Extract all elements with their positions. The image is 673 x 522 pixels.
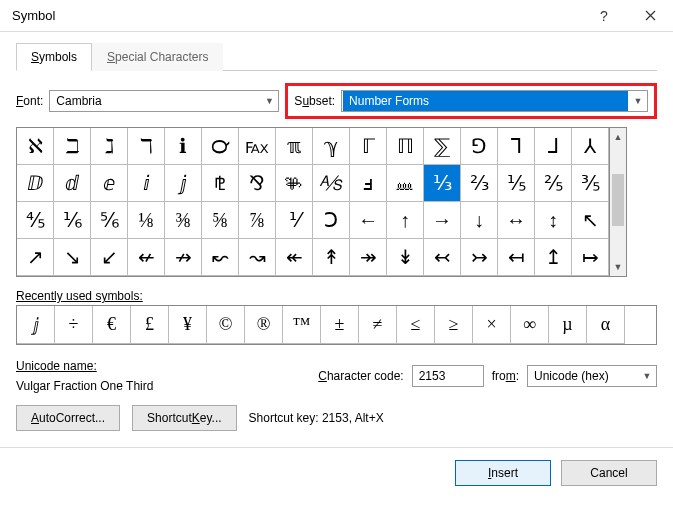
symbol-cell[interactable]: ℺ (202, 128, 239, 165)
symbol-cell[interactable]: ℻ (239, 128, 276, 165)
scroll-thumb[interactable] (612, 174, 624, 226)
symbol-cell[interactable]: ↢ (424, 239, 461, 276)
symbol-cell[interactable]: ⅓ (424, 165, 461, 202)
symbol-cell[interactable]: ↗ (17, 239, 54, 276)
symbol-cell[interactable]: ℷ (91, 128, 128, 165)
symbol-cell[interactable]: ⅆ (54, 165, 91, 202)
scroll-up-icon[interactable]: ▲ (610, 128, 626, 146)
symbol-cell[interactable]: ⅍ (313, 165, 350, 202)
symbol-cell[interactable]: ⅗ (572, 165, 609, 202)
help-button[interactable]: ? (581, 0, 627, 32)
tab-special-characters[interactable]: Special Characters (92, 43, 223, 71)
symbol-cell[interactable]: ⅌ (276, 165, 313, 202)
recent-cell[interactable]: ÷ (55, 306, 93, 344)
autocorrect-button[interactable]: AutoCorrect... (16, 405, 120, 431)
recent-cell[interactable]: ≤ (397, 306, 435, 344)
symbol-cell[interactable]: ℽ (313, 128, 350, 165)
symbol-cell[interactable]: ⅛ (128, 202, 165, 239)
symbol-cell[interactable]: ⅉ (165, 165, 202, 202)
symbol-cell[interactable]: ↣ (461, 239, 498, 276)
recent-cell[interactable]: © (207, 306, 245, 344)
symbol-cell[interactable]: ℼ (276, 128, 313, 165)
symbol-cell[interactable]: ⅃ (535, 128, 572, 165)
recent-cell[interactable]: £ (131, 306, 169, 344)
symbol-cell[interactable]: ⅙ (54, 202, 91, 239)
from-combo[interactable]: Unicode (hex) ▼ (527, 365, 657, 387)
symbol-cell[interactable]: ⅟ (276, 202, 313, 239)
symbol-cell[interactable]: ↠ (350, 239, 387, 276)
symbol-cell[interactable]: ℵ (17, 128, 54, 165)
symbol-cell[interactable]: ↘ (54, 239, 91, 276)
symbol-cell[interactable]: ⅊ (202, 165, 239, 202)
recent-grid: ⅉ÷€£¥©®™±≠≤≥×∞µα (16, 305, 657, 345)
recent-cell[interactable]: µ (549, 306, 587, 344)
symbol-cell[interactable]: ⅚ (91, 202, 128, 239)
recent-cell[interactable]: € (93, 306, 131, 344)
symbol-cell[interactable]: ⅔ (461, 165, 498, 202)
symbol-cell[interactable]: ↞ (276, 239, 313, 276)
recent-cell[interactable]: ⅉ (17, 306, 55, 344)
charcode-input[interactable]: 2153 (412, 365, 484, 387)
symbol-cell[interactable]: ⅘ (17, 202, 54, 239)
recent-cell[interactable]: α (587, 306, 625, 344)
symbol-cell[interactable]: ← (350, 202, 387, 239)
recent-cell[interactable]: × (473, 306, 511, 344)
symbol-cell[interactable]: ⅇ (91, 165, 128, 202)
subset-combo[interactable]: Number Forms ▼ (341, 90, 648, 112)
symbol-cell[interactable]: ↟ (313, 239, 350, 276)
symbol-cell[interactable]: ⅀ (424, 128, 461, 165)
recent-cell[interactable]: ∞ (511, 306, 549, 344)
symbol-cell[interactable]: ⅄ (572, 128, 609, 165)
symbol-cell[interactable]: ↓ (461, 202, 498, 239)
tab-symbols[interactable]: Symbols (16, 43, 92, 71)
symbol-cell[interactable]: ℶ (54, 128, 91, 165)
symbol-cell[interactable]: ↛ (165, 239, 202, 276)
symbol-cell[interactable]: ↙ (91, 239, 128, 276)
recent-cell[interactable]: ≥ (435, 306, 473, 344)
symbol-cell[interactable]: ↖ (572, 202, 609, 239)
scrollbar[interactable]: ▲ ▼ (609, 127, 627, 277)
symbol-cell[interactable]: ⅖ (535, 165, 572, 202)
symbol-cell[interactable]: ↔ (498, 202, 535, 239)
symbol-cell[interactable]: ⅅ (17, 165, 54, 202)
symbol-cell[interactable]: ↚ (128, 239, 165, 276)
scroll-down-icon[interactable]: ▼ (610, 258, 626, 276)
symbol-cell[interactable]: ℸ (128, 128, 165, 165)
symbol-cell[interactable]: ↜ (202, 239, 239, 276)
symbol-cell[interactable]: ⅋ (239, 165, 276, 202)
recent-cell[interactable]: ¥ (169, 306, 207, 344)
recent-cell[interactable]: ± (321, 306, 359, 344)
symbol-cell[interactable]: Ↄ (313, 202, 350, 239)
symbol-cell[interactable]: ⅈ (128, 165, 165, 202)
font-combo[interactable]: Cambria ▼ (49, 90, 279, 112)
recent-cell[interactable]: ™ (283, 306, 321, 344)
recent-cell[interactable]: ≠ (359, 306, 397, 344)
symbol-cell[interactable]: ↤ (498, 239, 535, 276)
symbol-cell[interactable]: ↥ (535, 239, 572, 276)
symbol-cell[interactable]: → (424, 202, 461, 239)
symbol-cell[interactable]: ↕ (535, 202, 572, 239)
font-value: Cambria (50, 94, 260, 108)
shortcut-key-button[interactable]: Shortcut Key... (132, 405, 237, 431)
symbol-cell[interactable]: ℿ (387, 128, 424, 165)
scroll-track[interactable] (610, 146, 626, 258)
symbol-cell[interactable]: ↦ (572, 239, 609, 276)
recent-label: Recently used symbols: (16, 289, 657, 303)
insert-button[interactable]: Insert (455, 460, 551, 486)
close-button[interactable] (627, 0, 673, 32)
symbol-cell[interactable]: ⅜ (165, 202, 202, 239)
symbol-cell[interactable]: ↝ (239, 239, 276, 276)
symbol-cell[interactable]: ℹ (165, 128, 202, 165)
symbol-cell[interactable]: ↡ (387, 239, 424, 276)
cancel-button[interactable]: Cancel (561, 460, 657, 486)
symbol-cell[interactable]: ↑ (387, 202, 424, 239)
symbol-cell[interactable]: ⅞ (239, 202, 276, 239)
symbol-cell[interactable]: ℾ (350, 128, 387, 165)
symbol-cell[interactable]: ⅂ (498, 128, 535, 165)
symbol-cell[interactable]: ⅝ (202, 202, 239, 239)
symbol-cell[interactable]: ⅏ (387, 165, 424, 202)
recent-cell[interactable]: ® (245, 306, 283, 344)
symbol-cell[interactable]: ⅁ (461, 128, 498, 165)
symbol-cell[interactable]: ⅕ (498, 165, 535, 202)
symbol-cell[interactable]: ⅎ (350, 165, 387, 202)
